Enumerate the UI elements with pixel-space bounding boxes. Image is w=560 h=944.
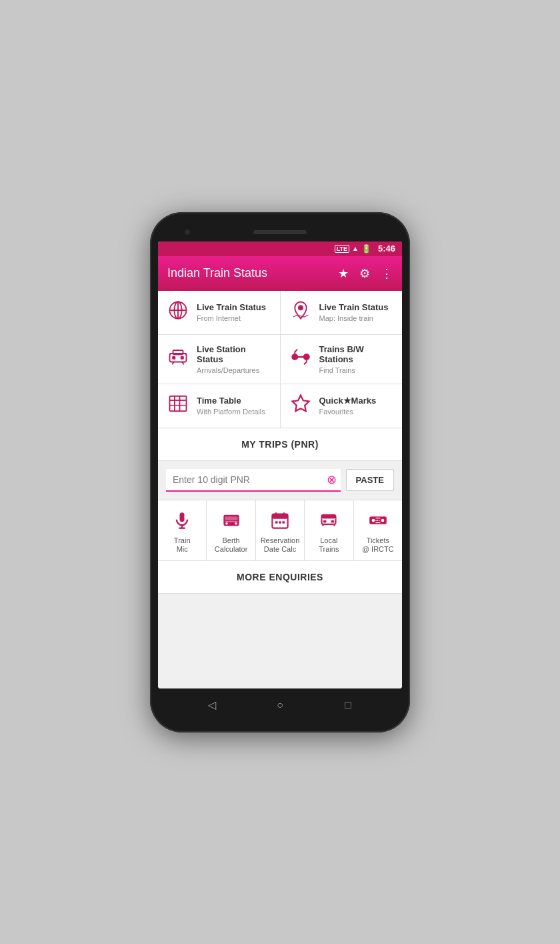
- lte-badge: LTE: [335, 245, 349, 253]
- svg-rect-34: [322, 515, 336, 519]
- svg-marker-17: [292, 395, 309, 411]
- svg-point-11: [304, 354, 309, 360]
- menu-item-quickmarks[interactable]: Quick★Marks Favourites: [281, 384, 403, 428]
- svg-point-23: [225, 522, 228, 525]
- phone-device: LTE ▲ 🔋 5:46 Indian Train Status ★ ⚙ ⋮: [150, 212, 410, 733]
- live-station-text: Live Station Status Arrivals/Departures: [197, 344, 272, 374]
- timetable-subtitle: With Platform Details: [197, 408, 272, 416]
- live-train-map-title: Live Train Status: [319, 302, 395, 313]
- app-bar: Indian Train Status ★ ⚙ ⋮: [158, 256, 402, 291]
- svg-point-4: [298, 306, 302, 310]
- trains-between-text: Trains B/W Stations Find Trains: [319, 344, 395, 374]
- settings-icon[interactable]: ⚙: [359, 266, 370, 281]
- tool-tickets-irctc[interactable]: Tickets@ IRCTC: [354, 500, 402, 560]
- phone-camera: [185, 229, 190, 235]
- quickmarks-title: Quick★Marks: [319, 396, 395, 406]
- empty-space: [158, 594, 402, 660]
- svg-rect-36: [331, 520, 335, 523]
- status-icons: LTE ▲ 🔋: [335, 244, 371, 254]
- map-icon: [289, 300, 313, 325]
- svg-rect-6: [172, 356, 175, 359]
- route-icon: [289, 347, 313, 372]
- timetable-icon: [166, 394, 190, 418]
- calendar-icon: [268, 508, 292, 532]
- timetable-title: Time Table: [197, 396, 272, 406]
- svg-point-10: [292, 354, 297, 360]
- home-nav-button[interactable]: ○: [270, 695, 290, 715]
- svg-rect-18: [180, 512, 185, 522]
- mic-icon: [170, 508, 194, 532]
- trains-between-subtitle: Find Trains: [319, 366, 395, 374]
- tickets-irctc-label: Tickets@ IRCTC: [362, 536, 394, 554]
- pnr-section: ⊗ PASTE: [158, 461, 402, 500]
- menu-item-timetable[interactable]: Time Table With Platform Details: [158, 384, 280, 428]
- berth-calculator-label: BerthCalculator: [215, 536, 248, 554]
- svg-rect-35: [323, 520, 327, 523]
- recent-nav-button[interactable]: □: [338, 695, 358, 715]
- svg-rect-27: [272, 514, 287, 518]
- live-train-internet-text: Live Train Status From Internet: [197, 302, 272, 322]
- app-bar-icons: ★ ⚙ ⋮: [338, 266, 393, 281]
- menu-item-trains-between[interactable]: Trains B/W Stations Find Trains: [281, 335, 403, 384]
- my-trips-button[interactable]: MY TRIPS (PNR): [158, 428, 402, 461]
- tools-grid: TrainMic BerthCalculator: [158, 500, 402, 561]
- reservation-date-label: ReservationDate Calc: [261, 536, 300, 554]
- status-time: 5:46: [378, 244, 395, 254]
- svg-rect-22: [225, 516, 237, 520]
- pnr-input[interactable]: [166, 469, 341, 490]
- tool-berth-calculator[interactable]: BerthCalculator: [207, 500, 255, 560]
- live-train-map-text: Live Train Status Map: Inside train: [319, 302, 395, 322]
- live-train-map-subtitle: Map: Inside train: [319, 314, 395, 322]
- timetable-text: Time Table With Platform Details: [197, 396, 272, 416]
- menu-grid: Live Train Status From Internet L: [158, 291, 402, 428]
- station-icon: [166, 347, 190, 372]
- live-station-subtitle: Arrivals/Departures: [197, 366, 272, 374]
- svg-rect-32: [282, 521, 285, 524]
- menu-item-live-station[interactable]: Live Station Status Arrivals/Departures: [158, 335, 280, 384]
- signal-icon: ▲: [352, 245, 359, 252]
- paste-button[interactable]: PASTE: [346, 469, 394, 491]
- content-area: Live Train Status From Internet L: [158, 291, 402, 688]
- svg-point-39: [371, 518, 375, 522]
- svg-rect-25: [225, 521, 237, 522]
- live-train-internet-subtitle: From Internet: [197, 314, 272, 322]
- menu-item-live-train-map[interactable]: Live Train Status Map: Inside train: [281, 291, 403, 334]
- battery-icon: 🔋: [361, 244, 371, 254]
- star-icon[interactable]: ★: [338, 266, 349, 281]
- ticket-icon: [366, 508, 390, 532]
- svg-rect-31: [279, 521, 281, 524]
- quickmarks-icon: [289, 394, 313, 418]
- tool-train-mic[interactable]: TrainMic: [158, 500, 206, 560]
- pnr-input-wrap: ⊗: [166, 469, 341, 492]
- svg-rect-12: [170, 396, 187, 411]
- local-trains-label: LocalTrains: [319, 536, 339, 554]
- quickmarks-subtitle: Favourites: [319, 408, 395, 416]
- tool-local-trains[interactable]: LocalTrains: [305, 500, 353, 560]
- globe-icon: [166, 300, 190, 325]
- phone-top-bar: [158, 223, 402, 242]
- svg-rect-7: [181, 356, 184, 359]
- berth-icon: [219, 508, 243, 532]
- live-station-title: Live Station Status: [197, 344, 272, 365]
- more-icon[interactable]: ⋮: [381, 266, 393, 281]
- svg-rect-30: [275, 521, 278, 524]
- more-enquiries-button[interactable]: MORE ENQUIRIES: [158, 561, 402, 594]
- phone-screen: LTE ▲ 🔋 5:46 Indian Train Status ★ ⚙ ⋮: [158, 242, 402, 688]
- phone-speaker: [253, 230, 307, 234]
- back-nav-button[interactable]: ◁: [202, 695, 222, 715]
- phone-bottom-bar: ◁ ○ □: [158, 688, 402, 722]
- trains-between-title: Trains B/W Stations: [319, 344, 395, 365]
- pnr-clear-button[interactable]: ⊗: [327, 472, 337, 487]
- svg-point-24: [235, 522, 237, 525]
- train-mic-label: TrainMic: [174, 536, 191, 554]
- svg-point-40: [381, 518, 384, 522]
- app-title: Indian Train Status: [167, 266, 333, 280]
- quickmarks-text: Quick★Marks Favourites: [319, 396, 395, 416]
- status-bar: LTE ▲ 🔋 5:46: [158, 242, 402, 256]
- local-train-icon: [317, 508, 341, 532]
- live-train-internet-title: Live Train Status: [197, 302, 272, 313]
- menu-item-live-train-internet[interactable]: Live Train Status From Internet: [158, 291, 280, 334]
- tool-reservation-date[interactable]: ReservationDate Calc: [256, 500, 304, 560]
